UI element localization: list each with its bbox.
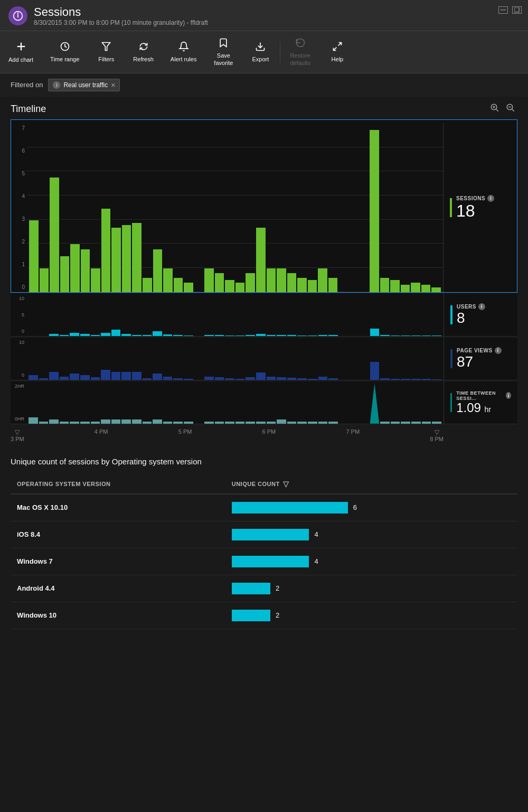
svg-line-11 [496,109,498,111]
timebetween-info-icon[interactable]: i [506,392,511,399]
bar [411,422,421,424]
bar [391,335,400,336]
sort-arrow-icon: ▽ [283,480,289,488]
bar-cell: 4 [232,529,511,540]
timebetween-accent-bar [450,393,452,412]
pageviews-metric: PAGE VIEWS i 87 [444,338,517,380]
bar [235,283,245,292]
users-metric: USERS i 8 [444,294,517,336]
y-label-6: 6 [11,148,27,154]
bar [101,209,111,292]
users-accent-bar [450,305,452,324]
export-label: Export [252,56,269,63]
filters-button[interactable]: Filters [88,38,125,66]
y-label-2: 2 [11,239,27,245]
bar [143,422,152,424]
bar [246,422,255,424]
bar [70,422,79,424]
page-views-chart: 10 0 PAGE VIEWS i 87 [11,338,517,380]
bar [277,268,286,292]
bar [432,379,441,380]
bar [267,268,276,292]
maximize-button[interactable] [512,6,522,14]
y-label-4: 4 [11,193,27,199]
bar [401,379,410,380]
title-text: Sessions 8/30/2015 3:00 PM to 8:00 PM (1… [34,5,208,26]
sessions-chart: 7 6 5 4 3 2 1 0 [11,119,517,293]
sessions-info-icon[interactable]: i [487,195,494,202]
users-chart: 10 5 0 USERS i 8 [11,294,517,337]
bar [204,377,214,380]
bar [173,378,183,380]
pageviews-bars [26,338,444,380]
zoom-in-button[interactable] [488,102,502,116]
tb-y-0hr: 0HR [11,416,26,422]
bar [225,280,234,292]
bar [204,268,214,292]
bar [173,422,183,424]
filter-info-icon[interactable]: i [53,81,60,89]
zoom-controls [488,102,517,116]
bar-cell: 4 [232,556,511,567]
axis-label-4pm: 4 PM [95,428,108,435]
charts-section: Timeline 7 6 5 4 3 2 1 0 [0,97,528,424]
bar [153,374,162,379]
refresh-button[interactable]: Refresh [125,38,162,66]
bar [432,335,441,336]
bar [49,419,59,424]
bar [308,422,317,424]
export-button[interactable]: Export [242,38,279,66]
time-range-button[interactable]: Time range [42,38,88,66]
bar [287,378,297,380]
zoom-out-button[interactable] [504,102,517,116]
svg-rect-3 [501,10,506,11]
filter-tag[interactable]: i Real user traffic × [48,79,120,91]
count-cell: 6 [225,494,517,521]
add-chart-button[interactable]: Add chart [0,38,42,67]
title-bar: Sessions 8/30/2015 3:00 PM to 8:00 PM (1… [0,0,528,31]
bar [225,378,234,380]
bar [29,220,39,292]
save-favorite-button[interactable]: Savefavorite [205,34,242,69]
col-os-header[interactable]: OPERATING SYSTEM VERSION [11,474,225,494]
save-favorite-icon [218,38,229,51]
bar [328,335,338,336]
bar [297,378,307,380]
timebetween-metric-label: TIME BETWEEN SESSI... i [456,390,511,401]
bar [91,335,100,336]
table-row: Mac OS X 10.106 [11,494,517,521]
bar [101,370,110,380]
bar [153,249,163,292]
bar [297,278,307,292]
help-button[interactable]: Help [319,38,356,66]
page-subtitle: 8/30/2015 3:00 PM to 8:00 PM (10 minute … [34,19,208,26]
bar [60,377,69,380]
bar [225,335,234,336]
bar [411,283,420,292]
timebetween-metric: TIME BETWEEN SESSI... i 1.09 hr [444,381,517,424]
pageviews-accent-bar [450,349,452,368]
minimize-button[interactable] [498,6,508,14]
sessions-accent-bar [450,198,452,217]
bar [80,334,90,336]
filter-label: Filtered on [11,81,43,89]
bar [184,422,193,424]
alert-rules-button[interactable]: Alert rules [162,38,205,66]
bar [318,422,328,424]
pageviews-info-icon[interactable]: i [495,347,502,354]
bar [370,329,380,336]
bar [111,372,121,380]
users-info-icon[interactable]: i [478,303,485,310]
pageviews-metric-value: 87 [457,354,502,370]
bar [235,379,245,380]
bar [370,384,380,424]
table-header-row: OPERATING SYSTEM VERSION UNIQUE COUNT ▽ [11,474,517,494]
filter-close-button[interactable]: × [111,81,115,89]
table-title: Unique count of sessions by Operating sy… [11,457,517,466]
os-table: OPERATING SYSTEM VERSION UNIQUE COUNT ▽ … [11,474,517,629]
bar [49,372,59,380]
bar [267,335,276,336]
os-cell: iOS 8.4 [11,521,225,548]
svg-point-2 [17,13,19,14]
col-count-header[interactable]: UNIQUE COUNT ▽ [225,474,517,494]
